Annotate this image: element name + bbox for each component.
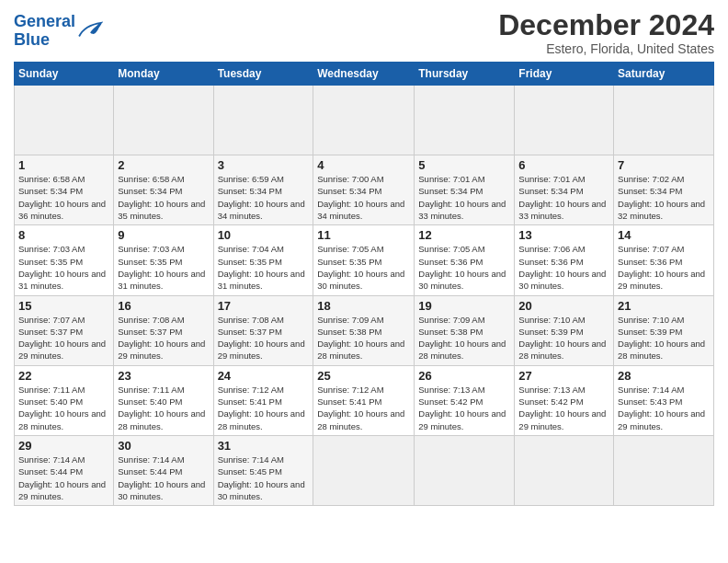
calendar-cell: [313, 435, 415, 505]
calendar-cell: 12Sunrise: 7:05 AMSunset: 5:36 PMDayligh…: [415, 225, 515, 295]
calendar-cell: 18Sunrise: 7:09 AMSunset: 5:38 PMDayligh…: [313, 295, 415, 365]
day-detail: Sunrise: 7:07 AMSunset: 5:36 PMDaylight:…: [618, 244, 705, 291]
calendar-cell: 17Sunrise: 7:08 AMSunset: 5:37 PMDayligh…: [213, 295, 313, 365]
day-number: 7: [618, 158, 710, 172]
calendar-cell: 7Sunrise: 7:02 AMSunset: 5:34 PMDaylight…: [614, 155, 714, 225]
calendar-cell: [15, 86, 114, 155]
day-detail: Sunrise: 7:01 AMSunset: 5:34 PMDaylight:…: [518, 174, 606, 221]
day-number: 25: [317, 369, 410, 383]
day-number: 19: [418, 299, 510, 313]
day-detail: Sunrise: 6:58 AMSunset: 5:34 PMDaylight:…: [118, 174, 205, 221]
day-detail: Sunrise: 7:10 AMSunset: 5:39 PMDaylight:…: [518, 315, 606, 362]
day-detail: Sunrise: 6:58 AMSunset: 5:34 PMDaylight:…: [18, 174, 106, 221]
day-detail: Sunrise: 7:05 AMSunset: 5:35 PMDaylight:…: [317, 244, 404, 291]
col-tuesday: Tuesday: [213, 63, 313, 86]
day-detail: Sunrise: 7:12 AMSunset: 5:41 PMDaylight:…: [218, 385, 305, 431]
day-detail: Sunrise: 7:09 AMSunset: 5:38 PMDaylight:…: [317, 315, 404, 362]
logo: General Blue: [14, 13, 103, 50]
day-number: 12: [418, 228, 510, 242]
day-detail: Sunrise: 6:59 AMSunset: 5:34 PMDaylight:…: [218, 174, 305, 221]
day-number: 6: [518, 158, 609, 172]
day-number: 16: [118, 299, 209, 313]
calendar-cell: 25Sunrise: 7:12 AMSunset: 5:41 PMDayligh…: [313, 365, 415, 435]
calendar-cell: [313, 86, 415, 155]
day-number: 21: [618, 299, 710, 313]
calendar-week-2: 8Sunrise: 7:03 AMSunset: 5:35 PMDaylight…: [15, 225, 714, 295]
calendar-table: Sunday Monday Tuesday Wednesday Thursday…: [14, 62, 714, 506]
calendar-cell: 23Sunrise: 7:11 AMSunset: 5:40 PMDayligh…: [114, 365, 213, 435]
calendar-cell: 1Sunrise: 6:58 AMSunset: 5:34 PMDaylight…: [15, 155, 114, 225]
day-number: 13: [518, 228, 609, 242]
day-number: 2: [118, 158, 209, 172]
day-number: 15: [18, 299, 109, 313]
day-number: 24: [218, 369, 310, 383]
day-detail: Sunrise: 7:08 AMSunset: 5:37 PMDaylight:…: [118, 315, 205, 362]
calendar-cell: [415, 86, 515, 155]
month-title: December 2024: [498, 9, 714, 41]
day-detail: Sunrise: 7:03 AMSunset: 5:35 PMDaylight:…: [118, 244, 205, 291]
calendar-cell: 16Sunrise: 7:08 AMSunset: 5:37 PMDayligh…: [114, 295, 213, 365]
title-block: December 2024 Estero, Florida, United St…: [498, 9, 714, 56]
calendar-cell: 11Sunrise: 7:05 AMSunset: 5:35 PMDayligh…: [313, 225, 415, 295]
header: General Blue December 2024 Estero, Flori…: [14, 9, 714, 56]
calendar-cell: 31Sunrise: 7:14 AMSunset: 5:45 PMDayligh…: [213, 435, 313, 505]
day-number: 8: [18, 228, 109, 242]
calendar-cell: 4Sunrise: 7:00 AMSunset: 5:34 PMDaylight…: [313, 155, 415, 225]
calendar-cell: 6Sunrise: 7:01 AMSunset: 5:34 PMDaylight…: [515, 155, 614, 225]
day-detail: Sunrise: 7:14 AMSunset: 5:43 PMDaylight:…: [618, 385, 705, 431]
calendar-cell: [213, 86, 313, 155]
day-detail: Sunrise: 7:02 AMSunset: 5:34 PMDaylight:…: [618, 174, 705, 221]
main-container: General Blue December 2024 Estero, Flori…: [0, 0, 728, 515]
calendar-cell: 27Sunrise: 7:13 AMSunset: 5:42 PMDayligh…: [515, 365, 614, 435]
calendar-cell: [515, 435, 614, 505]
col-thursday: Thursday: [415, 63, 515, 86]
day-number: 5: [418, 158, 510, 172]
col-monday: Monday: [114, 63, 213, 86]
calendar-cell: 26Sunrise: 7:13 AMSunset: 5:42 PMDayligh…: [415, 365, 515, 435]
day-number: 26: [418, 369, 510, 383]
calendar-cell: 20Sunrise: 7:10 AMSunset: 5:39 PMDayligh…: [515, 295, 614, 365]
day-detail: Sunrise: 7:04 AMSunset: 5:35 PMDaylight:…: [218, 244, 305, 291]
col-wednesday: Wednesday: [313, 63, 415, 86]
calendar-cell: 9Sunrise: 7:03 AMSunset: 5:35 PMDaylight…: [114, 225, 213, 295]
calendar-cell: 14Sunrise: 7:07 AMSunset: 5:36 PMDayligh…: [614, 225, 714, 295]
day-detail: Sunrise: 7:09 AMSunset: 5:38 PMDaylight:…: [418, 315, 506, 362]
calendar-cell: 5Sunrise: 7:01 AMSunset: 5:34 PMDaylight…: [415, 155, 515, 225]
calendar-cell: [114, 86, 213, 155]
calendar-cell: 22Sunrise: 7:11 AMSunset: 5:40 PMDayligh…: [15, 365, 114, 435]
calendar-cell: 30Sunrise: 7:14 AMSunset: 5:44 PMDayligh…: [114, 435, 213, 505]
calendar-cell: 19Sunrise: 7:09 AMSunset: 5:38 PMDayligh…: [415, 295, 515, 365]
day-number: 1: [18, 158, 109, 172]
day-detail: Sunrise: 7:11 AMSunset: 5:40 PMDaylight:…: [18, 385, 106, 431]
day-number: 18: [317, 299, 410, 313]
calendar-week-3: 15Sunrise: 7:07 AMSunset: 5:37 PMDayligh…: [15, 295, 714, 365]
day-detail: Sunrise: 7:03 AMSunset: 5:35 PMDaylight:…: [18, 244, 106, 291]
day-number: 22: [18, 369, 109, 383]
calendar-week-0: [15, 86, 714, 155]
location-title: Estero, Florida, United States: [498, 41, 714, 56]
day-detail: Sunrise: 7:11 AMSunset: 5:40 PMDaylight:…: [118, 385, 205, 431]
calendar-cell: [614, 435, 714, 505]
calendar-cell: [614, 86, 714, 155]
logo-text: General Blue: [14, 13, 75, 50]
calendar-cell: 13Sunrise: 7:06 AMSunset: 5:36 PMDayligh…: [515, 225, 614, 295]
calendar-cell: 24Sunrise: 7:12 AMSunset: 5:41 PMDayligh…: [213, 365, 313, 435]
day-detail: Sunrise: 7:13 AMSunset: 5:42 PMDaylight:…: [518, 385, 606, 431]
day-detail: Sunrise: 7:01 AMSunset: 5:34 PMDaylight:…: [418, 174, 506, 221]
day-number: 20: [518, 299, 609, 313]
day-number: 30: [118, 439, 209, 453]
calendar-cell: 8Sunrise: 7:03 AMSunset: 5:35 PMDaylight…: [15, 225, 114, 295]
day-number: 14: [618, 228, 710, 242]
day-number: 17: [218, 299, 310, 313]
day-number: 9: [118, 228, 209, 242]
col-friday: Friday: [515, 63, 614, 86]
day-number: 10: [218, 228, 310, 242]
col-sunday: Sunday: [15, 63, 114, 86]
calendar-week-1: 1Sunrise: 6:58 AMSunset: 5:34 PMDaylight…: [15, 155, 714, 225]
day-number: 31: [218, 439, 310, 453]
calendar-cell: [415, 435, 515, 505]
day-number: 23: [118, 369, 209, 383]
calendar-cell: 15Sunrise: 7:07 AMSunset: 5:37 PMDayligh…: [15, 295, 114, 365]
day-number: 28: [618, 369, 710, 383]
day-detail: Sunrise: 7:14 AMSunset: 5:44 PMDaylight:…: [18, 454, 106, 501]
